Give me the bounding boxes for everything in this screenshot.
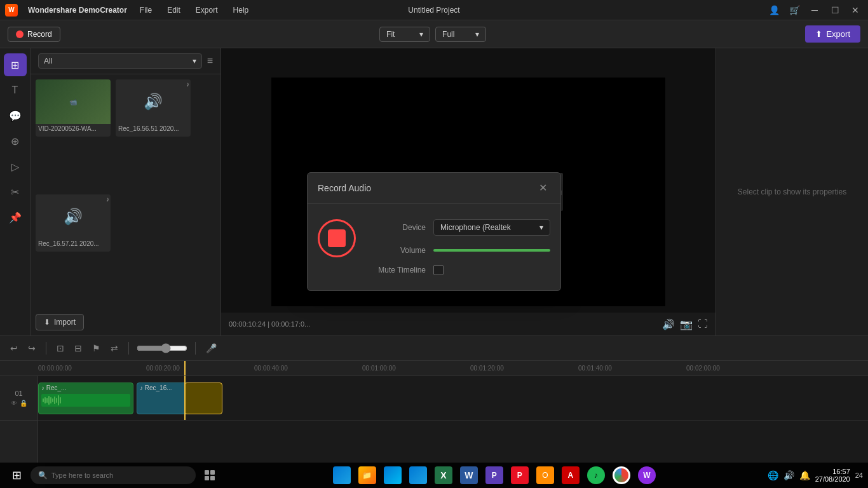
redo-button[interactable]: ↪ [25,341,38,356]
eye-icon[interactable]: 👁 [11,400,17,407]
track-icons: 👁 🔒 [11,400,27,407]
sidebar-item-text[interactable]: T [4,79,27,102]
date-display: 27/08/2020 [815,475,850,483]
app4-icon: A [562,466,580,484]
full-dropdown[interactable]: Full ▾ [435,27,486,42]
taskbar-word[interactable]: W [458,464,480,487]
record-audio-dialog[interactable]: Record Audio ✕ Device Microphone (Realte… [307,172,561,291]
taskbar-app1[interactable]: P [483,464,506,487]
user-icon[interactable]: 👤 [766,3,782,18]
search-bar[interactable]: 🔍 [31,466,196,484]
timeline-ruler: 00:00:00:00 00:00:20:00 00:00:40:00 00:0… [0,361,868,376]
mute-checkbox[interactable] [433,265,444,275]
device-dropdown[interactable]: Microphone (Realtek ▾ [433,219,550,236]
store-icon [384,466,402,484]
sidebar-item-effects[interactable]: ⊕ [4,130,27,152]
crop-button[interactable]: ⊡ [54,341,67,356]
separator [195,342,196,355]
taskbar-app5[interactable]: W [635,464,658,487]
record-big-button[interactable] [318,219,356,257]
clip-selected[interactable] [184,383,222,414]
taskbar: ⊞ 🔍 📁 X W P [0,463,868,488]
start-button[interactable]: ⊞ [5,464,28,487]
lock-icon[interactable]: 🔒 [20,400,27,407]
track-number: 01 [15,390,22,397]
modal-controls: Device Microphone (Realtek ▾ Volume Mute… [369,219,550,275]
chrome-icon [613,466,630,484]
export-button[interactable]: ⬆ Export [805,25,860,43]
maximize-button[interactable]: ☐ [827,3,843,18]
taskbar-explorer[interactable]: 📁 [356,464,379,487]
app-name: Wondershare DemoCreator [28,6,127,15]
task-view-button[interactable] [198,464,221,487]
preview-controls: 00:00:10:24 | 00:00:17:0... 🔊 📷 ⛶ [221,313,715,336]
menu-icon[interactable]: ≡ [207,55,213,67]
time-mark: 00:00:40:00 [254,365,288,372]
volume-slider[interactable] [137,341,187,356]
app5-icon: W [638,466,656,484]
menu-help[interactable]: Help [231,4,252,16]
track-label: 01 👁 🔒 [0,376,37,421]
sidebar-item-pin[interactable]: 📌 [4,206,27,229]
import-button[interactable]: ⬇ Import [36,314,84,330]
clock[interactable]: 16:57 27/08/2020 [815,468,850,483]
sound-icon[interactable]: 🔊 [783,470,794,480]
clip[interactable]: ♪ Rec_... [38,383,133,414]
volume-icon[interactable]: 🔊 [662,318,675,330]
modal-close-button[interactable]: ✕ [535,180,550,196]
volume-label: Volume [369,246,426,255]
marker-button[interactable]: ⚑ [90,341,103,356]
sidebar-item-media[interactable]: ⊞ [4,53,27,76]
search-input[interactable] [51,471,188,479]
record-label: Record [27,30,52,39]
screenshot-icon[interactable]: 📷 [680,318,693,330]
start-icon: ⊞ [12,468,22,482]
transition-button[interactable]: ⇄ [108,341,121,356]
edge-icon [333,466,351,484]
chevron-down-icon: ▾ [419,30,423,39]
taskbar-app4[interactable]: A [559,464,582,487]
undo-button[interactable]: ↩ [8,341,20,356]
record-button[interactable]: Record [8,27,60,42]
sidebar-item-comments[interactable]: 💬 [4,104,27,127]
media-item[interactable]: 🔊 ♪ Rec_16.57.21 2020... [36,194,111,252]
taskbar-mail[interactable] [407,464,430,487]
fit-dropdown[interactable]: Fit ▾ [379,27,430,42]
menu-edit[interactable]: Edit [165,4,183,16]
taskbar-right: 🌐 🔊 🔔 16:57 27/08/2020 24 [768,468,863,483]
cart-icon[interactable]: 🛒 [787,3,802,18]
media-item[interactable]: 📹 VID-20200526-WA... [36,79,111,137]
chevron-down-icon: ▾ [475,30,479,39]
taskbar-app2[interactable]: P [508,464,531,487]
title-bar: W Wondershare DemoCreator File Edit Expo… [0,0,868,20]
menu-file[interactable]: File [137,4,154,16]
microphone-button[interactable]: 🎤 [203,341,219,356]
taskbar-system-icons: 🌐 🔊 🔔 [768,470,810,480]
media-header: All ▾ ≡ [31,48,220,74]
properties-hint: Select clip to show its properties [738,187,846,196]
taskbar-app3[interactable]: O [534,464,557,487]
sidebar-item-tools[interactable]: ✂ [4,180,27,203]
app1-icon: P [485,466,503,484]
taskbar-excel[interactable]: X [432,464,455,487]
notification-icon[interactable]: 🔔 [799,470,810,480]
menu-export[interactable]: Export [193,4,220,16]
split-button[interactable]: ⊟ [72,341,85,356]
volume-bar[interactable] [433,249,550,252]
network-icon[interactable]: 🌐 [768,470,778,480]
filter-dropdown[interactable]: All ▾ [38,53,202,69]
taskbar-edge[interactable] [330,464,353,487]
sidebar-item-transition[interactable]: ▷ [4,155,27,178]
time-mark: 00:02:00:00 [686,365,720,372]
taskbar-chrome[interactable] [610,464,633,487]
taskbar-spotify[interactable]: ♪ [585,464,607,487]
chevron-down-icon: ▾ [193,57,196,65]
time-mark: 00:00:20:00 [146,365,180,372]
minimize-button[interactable]: ─ [807,3,822,18]
close-button[interactable]: ✕ [848,3,863,18]
word-icon: W [460,466,478,484]
taskbar-store[interactable] [381,464,404,487]
fullscreen-icon[interactable]: ⛶ [698,318,708,330]
preview-time: 00:00:10:24 | 00:00:17:0... [229,320,310,328]
media-item[interactable]: 🔊 ♪ Rec_16.56.51 2020... [116,79,191,137]
